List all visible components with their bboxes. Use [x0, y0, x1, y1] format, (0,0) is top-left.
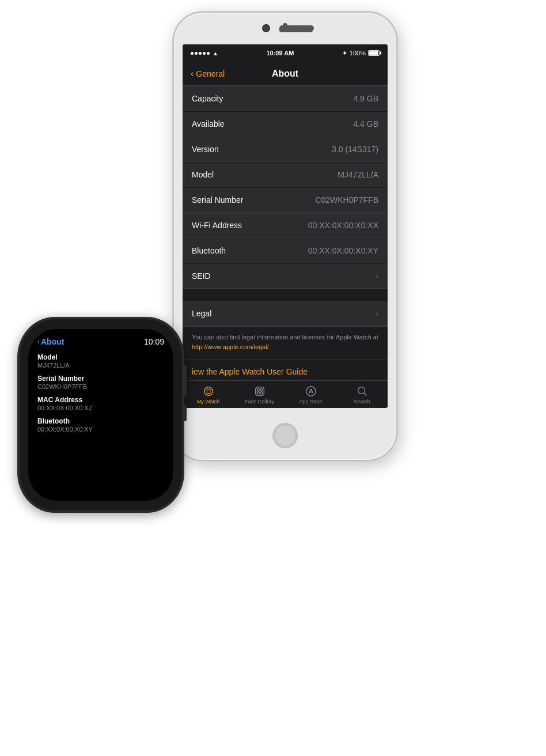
- table-row: Available 4.4 GB: [183, 112, 388, 137]
- tab-search[interactable]: Search: [336, 383, 388, 407]
- watch-back-chevron: ‹: [37, 338, 40, 346]
- status-left: ▲: [191, 50, 218, 56]
- iphone-shell: ▲ 10:09 AM ✦ 100% ‹ General About: [173, 12, 397, 461]
- nav-bar: ‹ General About: [183, 62, 388, 86]
- watch-serial-label: Serial Number: [37, 375, 164, 383]
- row-label-serial: Serial Number: [192, 195, 243, 205]
- row-label-version: Version: [192, 145, 219, 154]
- watch-model-row: Model MJ472LL/A: [37, 353, 164, 369]
- search-icon: [356, 385, 369, 398]
- watch-bluetooth-label: Bluetooth: [37, 417, 164, 425]
- table-row[interactable]: SEID ›: [183, 264, 388, 289]
- legal-link[interactable]: http://www.apple.com/legal/: [192, 343, 269, 350]
- settings-content: Capacity 4.9 GB Available 4.4 GB Version…: [183, 86, 388, 380]
- user-guide-label: iew the Apple Watch User Guide: [192, 367, 308, 376]
- table-row: Serial Number C02WKH0P7FFB: [183, 188, 388, 213]
- battery-icon: [368, 50, 380, 56]
- row-value-wifi: 00:XX:0X:00:X0:XX: [308, 221, 378, 230]
- watch-serial-row: Serial Number C02WKH0P7FFB: [37, 375, 164, 390]
- wifi-icon: ▲: [213, 50, 218, 56]
- tab-my-watch[interactable]: My Watch: [183, 383, 234, 407]
- status-right: ✦ 100%: [342, 50, 380, 57]
- svg-line-8: [364, 393, 366, 395]
- row-value-serial: C02WKH0P7FFB: [315, 195, 378, 205]
- row-value-model: MJ472LL/A: [338, 170, 378, 179]
- home-button[interactable]: [272, 423, 298, 448]
- svg-rect-5: [260, 391, 262, 394]
- table-row: Capacity 4.9 GB: [183, 86, 388, 111]
- watch-nav: ‹ About 10:09: [37, 337, 164, 346]
- watch-back-label: About: [41, 337, 64, 346]
- tab-search-label: Search: [354, 399, 370, 405]
- apple-watch-shell: ‹ About 10:09 Model MJ472LL/A Serial Num…: [17, 317, 184, 513]
- legal-section: Legal ›: [183, 301, 388, 327]
- watch-crown[interactable]: [183, 365, 187, 396]
- tab-face-gallery-label: Face Gallery: [245, 399, 274, 405]
- row-value-available: 4.4 GB: [353, 119, 378, 128]
- tab-face-gallery[interactable]: Face Gallery: [234, 383, 285, 407]
- watch-mac-row: MAC Address 00:XX:0X:00:X0:XZ: [37, 396, 164, 411]
- bluetooth-icon: ✦: [342, 50, 347, 57]
- row-label-bluetooth: Bluetooth: [192, 246, 226, 255]
- watch-mac-label: MAC Address: [37, 396, 164, 404]
- nav-back-label: General: [196, 69, 225, 78]
- signal-dots: [191, 52, 210, 55]
- row-label-legal: Legal: [192, 309, 211, 318]
- watch-back-button[interactable]: ‹ About: [37, 337, 64, 346]
- row-label-wifi: Wi-Fi Address: [192, 221, 242, 230]
- svg-rect-4: [257, 391, 259, 394]
- row-value-bluetooth: 00:XX:0X:00:X0:XY: [308, 246, 378, 255]
- legal-text: You can also find legal information and …: [192, 334, 378, 341]
- svg-point-6: [306, 386, 316, 396]
- row-chevron-seid: ›: [376, 271, 378, 281]
- face-gallery-icon: [253, 385, 266, 398]
- battery-percent: 100%: [350, 50, 366, 56]
- iphone-screen: ▲ 10:09 AM ✦ 100% ‹ General About: [183, 44, 388, 408]
- tab-app-store[interactable]: App Store: [285, 383, 336, 407]
- nav-title: About: [238, 69, 332, 79]
- back-chevron-icon: ‹: [191, 69, 194, 78]
- tab-bar: My Watch Face Gallery: [183, 380, 388, 408]
- watch-side-button[interactable]: [183, 405, 187, 421]
- status-bar: ▲ 10:09 AM ✦ 100%: [183, 44, 388, 62]
- table-row: Version 3.0 (14S317): [183, 137, 388, 162]
- watch-model-value: MJ472LL/A: [37, 362, 164, 369]
- nav-back-button[interactable]: ‹ General: [191, 69, 238, 78]
- iphone-camera: [262, 24, 270, 32]
- table-row: Model MJ472LL/A: [183, 162, 388, 187]
- watch-serial-value: C02WKH0P7FFB: [37, 383, 164, 390]
- tab-my-watch-label: My Watch: [197, 399, 220, 405]
- watch-screen: ‹ About 10:09 Model MJ472LL/A Serial Num…: [28, 329, 173, 501]
- svg-rect-3: [260, 388, 262, 391]
- my-watch-icon: [202, 385, 215, 398]
- table-row: Bluetooth 00:XX:0X:00:X0:XY: [183, 239, 388, 263]
- about-rows-group: Capacity 4.9 GB Available 4.4 GB Version…: [183, 86, 388, 289]
- watch-mac-value: 00:XX:0X:00:X0:XZ: [37, 405, 164, 411]
- status-time: 10:09 AM: [266, 50, 294, 56]
- svg-point-7: [358, 387, 365, 394]
- svg-rect-2: [257, 388, 259, 391]
- tab-app-store-label: App Store: [299, 399, 322, 405]
- svg-point-0: [204, 387, 213, 395]
- legal-description: You can also find legal information and …: [183, 327, 388, 360]
- row-label-seid: SEID: [192, 271, 211, 281]
- row-chevron-legal: ›: [376, 309, 378, 318]
- watch-bluetooth-row: Bluetooth 00:XX:0X:00:X0:XY: [37, 417, 164, 433]
- row-label-model: Model: [192, 170, 214, 179]
- watch-bluetooth-value: 00:XX:0X:00:X0:XY: [37, 426, 164, 433]
- watch-model-label: Model: [37, 353, 164, 361]
- row-value-capacity: 4.9 GB: [353, 94, 378, 103]
- watch-time: 10:09: [144, 337, 164, 346]
- table-row: Wi-Fi Address 00:XX:0X:00:X0:XX: [183, 213, 388, 238]
- app-store-icon: [305, 385, 317, 398]
- svg-rect-1: [255, 387, 264, 395]
- user-guide-link[interactable]: iew the Apple Watch User Guide: [183, 360, 388, 380]
- iphone-speaker: [279, 28, 313, 32]
- row-label-capacity: Capacity: [192, 94, 223, 103]
- row-label-available: Available: [192, 119, 225, 128]
- settings-gap: [183, 289, 388, 301]
- legal-row[interactable]: Legal ›: [183, 301, 388, 326]
- row-value-version: 3.0 (14S317): [332, 145, 378, 154]
